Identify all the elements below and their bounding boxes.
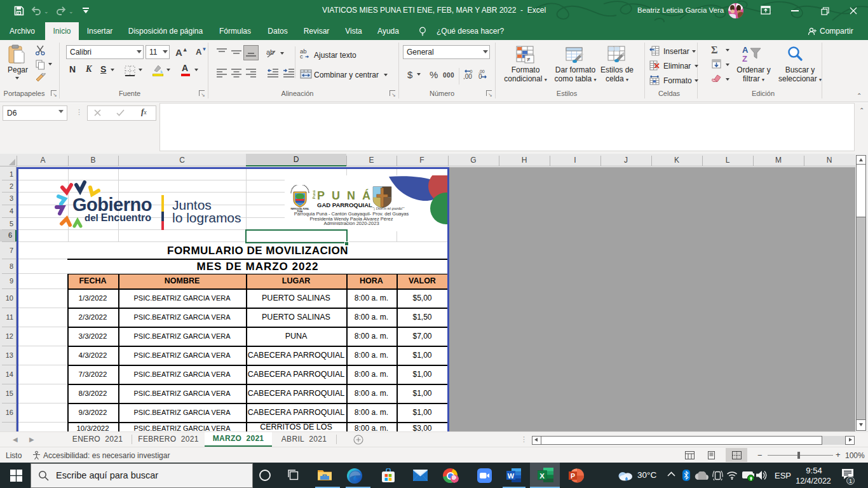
svg-text:X: X — [539, 472, 545, 480]
svg-text:W: W — [508, 472, 515, 480]
svg-text:0: 0 — [478, 73, 482, 79]
svg-text:PARROQUIAL RURAL: PARROQUIAL RURAL — [290, 208, 309, 210]
svg-text:c: c — [300, 53, 303, 59]
svg-text:P: P — [571, 472, 575, 480]
svg-text:,00: ,00 — [463, 73, 472, 79]
svg-text:≠: ≠ — [527, 56, 531, 63]
svg-text:0: 0 — [470, 69, 473, 74]
